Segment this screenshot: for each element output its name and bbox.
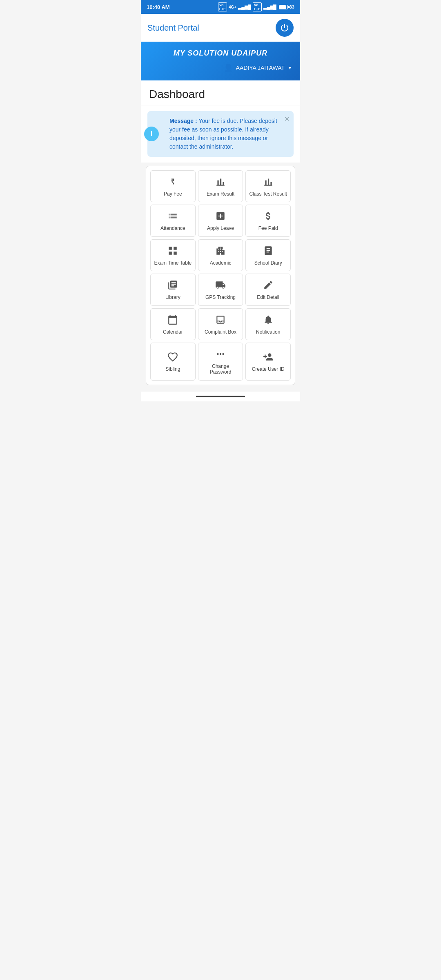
user-dropdown-arrow: ▼ xyxy=(288,66,292,70)
grid-item-pay-fee[interactable]: Pay Fee xyxy=(150,170,196,202)
vo-lte1: VoLTE xyxy=(218,2,227,11)
signal-bars1: ▂▄▆█ xyxy=(238,4,251,10)
grid-item-class-test-result[interactable]: Class Test Result xyxy=(245,170,291,202)
grid-item-academic[interactable]: Academic xyxy=(198,239,243,271)
sibling-label: Sibling xyxy=(165,366,180,372)
create-user-id-label: Create User ID xyxy=(252,366,285,372)
school-diary-icon xyxy=(263,245,274,258)
app-bar-title: Student Portal xyxy=(147,23,199,33)
user-name: AADIYA JAITAWAT xyxy=(236,65,285,71)
grid-item-change-password[interactable]: Change Password xyxy=(198,343,243,381)
info-icon: i xyxy=(144,127,159,141)
gps-tracking-icon xyxy=(215,280,226,292)
battery-percent: 83 xyxy=(290,4,294,9)
exam-result-icon xyxy=(215,176,226,189)
grid-item-exam-result[interactable]: Exam Result xyxy=(198,170,243,202)
school-name: MY SOLUTION UDAIPUR xyxy=(149,49,292,58)
pay-fee-label: Pay Fee xyxy=(164,191,182,197)
exam-time-table-label: Exam Time Table xyxy=(154,260,192,266)
status-right: VoLTE 4G+ ▂▄▆█ VoLTE ▂▄▆█ 83 xyxy=(218,2,294,11)
fee-paid-icon xyxy=(263,211,274,223)
exam-result-label: Exam Result xyxy=(207,191,234,197)
pay-fee-icon xyxy=(167,176,178,189)
library-icon xyxy=(167,280,178,292)
sibling-icon xyxy=(167,352,178,364)
alert-text: Message : Your fee is due. Please deposi… xyxy=(169,118,277,150)
alert-label: Message : xyxy=(169,118,197,124)
notification-icon xyxy=(263,314,274,327)
attendance-label: Attendance xyxy=(160,225,185,231)
edit-detail-icon xyxy=(263,280,274,292)
user-avatar-icon: 👤 xyxy=(224,63,233,72)
signal-bars2: ▂▄▆█ xyxy=(263,4,276,10)
create-user-id-icon xyxy=(263,352,274,364)
bottom-bar xyxy=(141,392,300,401)
grid-item-attendance[interactable]: Attendance xyxy=(150,205,196,236)
status-bar: 10:40 AM VoLTE 4G+ ▂▄▆█ VoLTE ▂▄▆█ 83 xyxy=(141,0,300,14)
apply-leave-icon xyxy=(215,211,226,223)
complaint-box-label: Complaint Box xyxy=(205,329,236,335)
vo-lte2: VoLTE xyxy=(253,2,262,11)
power-button[interactable] xyxy=(276,19,294,37)
academic-label: Academic xyxy=(210,260,232,266)
user-info[interactable]: 👤 AADIYA JAITAWAT ▼ xyxy=(149,63,292,72)
change-password-label: Change Password xyxy=(202,363,240,375)
exam-time-table-icon xyxy=(167,245,178,258)
svg-rect-1 xyxy=(264,185,272,186)
apply-leave-label: Apply Leave xyxy=(207,225,234,231)
signal-4g: 4G+ xyxy=(229,5,236,9)
grid-item-create-user-id[interactable]: Create User ID xyxy=(245,343,291,381)
change-password-icon xyxy=(215,349,226,361)
svg-rect-0 xyxy=(216,185,225,186)
school-diary-label: School Diary xyxy=(254,260,282,266)
grid-item-apply-leave[interactable]: Apply Leave xyxy=(198,205,243,236)
home-indicator xyxy=(196,396,245,397)
fee-paid-label: Fee Paid xyxy=(258,225,278,231)
grid-item-exam-time-table[interactable]: Exam Time Table xyxy=(150,239,196,271)
class-test-result-icon xyxy=(263,176,274,189)
menu-grid: Pay FeeExam ResultClass Test ResultAtten… xyxy=(150,170,291,381)
edit-detail-label: Edit Detail xyxy=(257,294,279,300)
alert-box: i Message : Your fee is due. Please depo… xyxy=(147,111,294,157)
status-time: 10:40 AM xyxy=(147,4,170,10)
grid-item-notification[interactable]: Notification xyxy=(245,308,291,340)
battery-icon xyxy=(279,5,288,9)
calendar-icon xyxy=(167,314,178,327)
grid-item-calendar[interactable]: Calendar xyxy=(150,308,196,340)
alert-container: i Message : Your fee is due. Please depo… xyxy=(141,105,300,163)
academic-icon xyxy=(215,245,226,258)
grid-item-library[interactable]: Library xyxy=(150,274,196,305)
dashboard-section: Dashboard xyxy=(141,80,300,105)
grid-item-school-diary[interactable]: School Diary xyxy=(245,239,291,271)
power-icon xyxy=(280,23,290,33)
app-bar: Student Portal xyxy=(141,14,300,42)
battery-fill xyxy=(279,5,286,9)
calendar-label: Calendar xyxy=(163,329,183,335)
grid-item-complaint-box[interactable]: Complaint Box xyxy=(198,308,243,340)
gps-tracking-label: GPS Tracking xyxy=(205,294,236,300)
header-banner: MY SOLUTION UDAIPUR 👤 AADIYA JAITAWAT ▼ xyxy=(141,42,300,80)
grid-item-gps-tracking[interactable]: GPS Tracking xyxy=(198,274,243,305)
notification-label: Notification xyxy=(256,329,280,335)
grid-item-edit-detail[interactable]: Edit Detail xyxy=(245,274,291,305)
alert-close-button[interactable]: ✕ xyxy=(284,115,290,123)
attendance-icon xyxy=(167,211,178,223)
complaint-box-icon xyxy=(215,314,226,327)
grid-container: Pay FeeExam ResultClass Test ResultAtten… xyxy=(146,166,295,385)
grid-item-fee-paid[interactable]: Fee Paid xyxy=(245,205,291,236)
library-label: Library xyxy=(165,294,180,300)
grid-item-sibling[interactable]: Sibling xyxy=(150,343,196,381)
class-test-result-label: Class Test Result xyxy=(249,191,287,197)
page-title: Dashboard xyxy=(149,88,292,101)
